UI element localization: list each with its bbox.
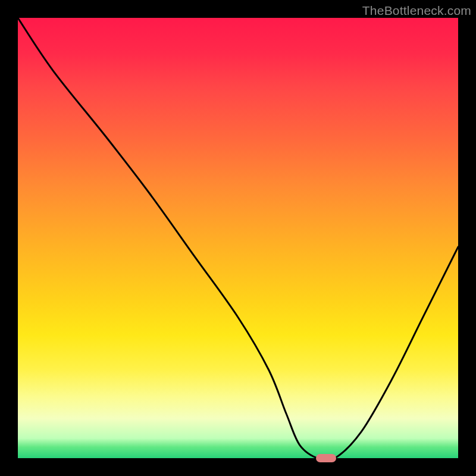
optimum-marker	[316, 454, 336, 462]
watermark-text: TheBottleneck.com	[362, 4, 471, 18]
gradient-plot-area	[18, 18, 458, 458]
chart-frame: TheBottleneck.com	[0, 0, 476, 476]
